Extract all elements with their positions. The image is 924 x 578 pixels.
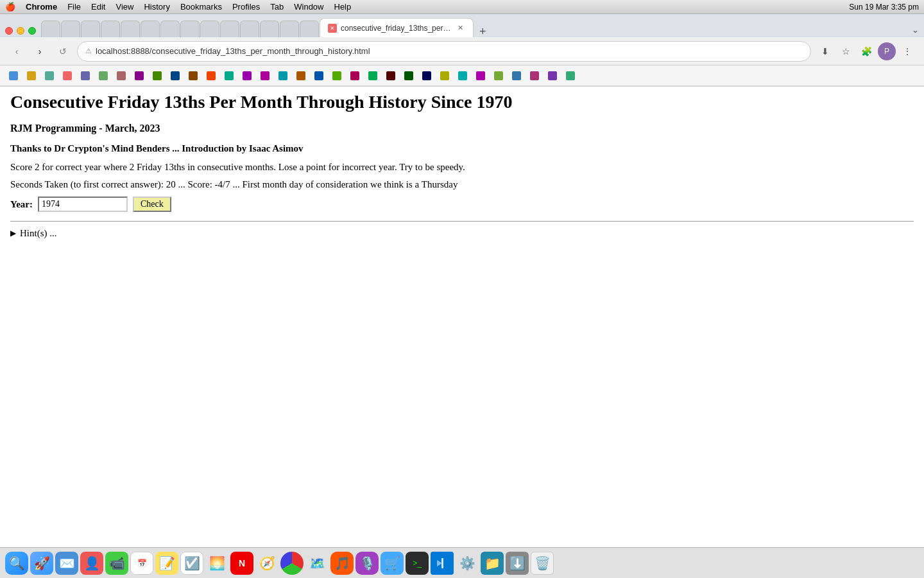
bookmark-28[interactable] xyxy=(490,68,507,83)
bookmark-11[interactable] xyxy=(185,68,201,83)
tab-collapsed-11[interactable] xyxy=(240,21,259,37)
bookmark-30[interactable] xyxy=(526,68,543,83)
bookmark-32[interactable] xyxy=(562,68,579,83)
menu-file[interactable]: File xyxy=(67,2,81,12)
menu-edit[interactable]: Edit xyxy=(91,2,105,12)
tab-close-button[interactable]: ✕ xyxy=(455,23,465,33)
bookmark-5[interactable] xyxy=(77,68,94,83)
tab-bar: ✕ consecutive_friday_13ths_per_mo... ✕ +… xyxy=(0,14,924,37)
tab-collapsed-14[interactable] xyxy=(300,21,319,37)
extension-button[interactable]: 🧩 xyxy=(857,42,875,60)
bookmark-19[interactable] xyxy=(329,68,345,83)
page-instructions: Score 2 for correct year where 2 Friday … xyxy=(10,162,914,173)
tab-collapsed-5[interactable] xyxy=(121,21,140,37)
tab-collapsed-13[interactable] xyxy=(280,21,299,37)
tab-collapsed-10[interactable] xyxy=(220,21,239,37)
year-row: Year: Check xyxy=(10,197,914,212)
tab-collapsed-12[interactable] xyxy=(260,21,279,37)
menu-tab[interactable]: Tab xyxy=(270,2,284,12)
menu-profiles[interactable]: Profiles xyxy=(232,2,260,12)
bookmark-3[interactable] xyxy=(41,68,58,83)
divider xyxy=(10,221,914,222)
bookmark-27[interactable] xyxy=(472,68,489,83)
tab-collapsed-3[interactable] xyxy=(81,21,100,37)
bookmark-12[interactable] xyxy=(203,68,219,83)
year-label: Year: xyxy=(10,199,33,210)
bookmark-29[interactable] xyxy=(508,68,525,83)
bookmark-13[interactable] xyxy=(221,68,237,83)
menu-chrome[interactable]: Chrome xyxy=(26,2,57,12)
page-status: Seconds Taken (to first correct answer):… xyxy=(10,179,914,190)
tab-collapsed-1[interactable] xyxy=(41,21,60,37)
titlebar-menu: 🍎 Chrome File Edit View History Bookmark… xyxy=(5,2,351,12)
tab-collapsed-7[interactable] xyxy=(160,21,180,37)
bookmark-24[interactable] xyxy=(418,68,435,83)
menu-button[interactable]: ⋮ xyxy=(898,42,916,60)
bookmarks-bar xyxy=(0,66,924,86)
tabs-expand-button[interactable]: ⌄ xyxy=(912,25,919,35)
window-close[interactable] xyxy=(5,27,13,35)
address-bar[interactable]: ⚠ localhost:8888/consecutive_friday_13th… xyxy=(77,41,811,62)
menu-bookmarks[interactable]: Bookmarks xyxy=(180,2,222,12)
toolbar-actions: ⬇ ☆ 🧩 P ⋮ xyxy=(816,42,916,60)
url-text: localhost:8888/consecutive_friday_13ths_… xyxy=(96,46,803,56)
titlebar-time: Sun 19 Mar 3:35 pm xyxy=(849,3,919,12)
bookmark-10[interactable] xyxy=(167,68,184,83)
bookmark-16[interactable] xyxy=(275,68,291,83)
new-tab-button[interactable]: + xyxy=(477,26,489,37)
bookmark-31[interactable] xyxy=(544,68,561,83)
forward-button[interactable]: › xyxy=(31,42,49,60)
bookmark-14[interactable] xyxy=(239,68,255,83)
bookmark-17[interactable] xyxy=(293,68,309,83)
bookmark-18[interactable] xyxy=(311,68,327,83)
page-thanks: Thanks to Dr Crypton's Mind Benders ... … xyxy=(10,143,914,154)
navigation-toolbar: ‹ › ↺ ⚠ localhost:8888/consecutive_frida… xyxy=(0,37,924,66)
hints-summary[interactable]: Hint(s) ... xyxy=(10,228,914,239)
security-icon: ⚠ xyxy=(85,47,92,55)
hints-label: Hint(s) ... xyxy=(20,228,57,239)
profile-button[interactable]: P xyxy=(878,42,896,60)
year-input[interactable] xyxy=(38,197,128,212)
titlebar: 🍎 Chrome File Edit View History Bookmark… xyxy=(0,0,924,14)
dock: 🔍 🚀 ✉️ 👤 📹 📅 📝 ☑️ 🌅 N 🧭 🗺️ 🎵 🎙️ 🛒 >_ ⚙️ … xyxy=(0,547,924,548)
bookmark-20[interactable] xyxy=(346,68,363,83)
bookmark-4[interactable] xyxy=(59,68,76,83)
bookmark-26[interactable] xyxy=(454,68,471,83)
browser-chrome: ✕ consecutive_friday_13ths_per_mo... ✕ +… xyxy=(0,14,924,87)
bookmark-7[interactable] xyxy=(113,68,130,83)
tab-collapsed-2[interactable] xyxy=(61,21,80,37)
tab-favicon: ✕ xyxy=(328,24,337,33)
tab-collapsed-4[interactable] xyxy=(101,21,120,37)
tab-collapsed-9[interactable] xyxy=(200,21,219,37)
download-button[interactable]: ⬇ xyxy=(816,42,834,60)
back-button[interactable]: ‹ xyxy=(8,42,26,60)
reload-button[interactable]: ↺ xyxy=(54,42,72,60)
window-maximize[interactable] xyxy=(28,27,36,35)
bookmark-15[interactable] xyxy=(257,68,273,83)
bookmark-9[interactable] xyxy=(149,68,166,83)
bookmark-star-button[interactable]: ☆ xyxy=(837,42,855,60)
bookmark-25[interactable] xyxy=(436,68,453,83)
tab-collapsed-8[interactable] xyxy=(180,21,200,37)
bookmark-23[interactable] xyxy=(400,68,417,83)
hints-section: Hint(s) ... xyxy=(10,228,914,239)
bookmark-6[interactable] xyxy=(95,68,112,83)
menu-window[interactable]: Window xyxy=(294,2,323,12)
bookmark-2[interactable] xyxy=(23,68,40,83)
menu-help[interactable]: Help xyxy=(334,2,352,12)
bookmark-21[interactable] xyxy=(364,68,381,83)
bookmark-1[interactable] xyxy=(5,68,22,83)
page-title: Consecutive Friday 13ths Per Month Throu… xyxy=(10,92,914,112)
check-button[interactable]: Check xyxy=(133,197,171,212)
window-minimize[interactable] xyxy=(17,27,24,35)
page-content: Consecutive Friday 13ths Per Month Throu… xyxy=(0,87,924,548)
menu-view[interactable]: View xyxy=(116,2,133,12)
bookmark-8[interactable] xyxy=(131,68,148,83)
active-tab[interactable]: ✕ consecutive_friday_13ths_per_mo... ✕ xyxy=(320,18,474,37)
tab-collapsed-6[interactable] xyxy=(141,21,160,37)
page-attribution: RJM Programming - March, 2023 xyxy=(10,123,914,134)
bookmark-22[interactable] xyxy=(382,68,399,83)
apple-menu[interactable]: 🍎 xyxy=(5,2,15,12)
tab-title: consecutive_friday_13ths_per_mo... xyxy=(341,24,451,33)
menu-history[interactable]: History xyxy=(144,2,169,12)
